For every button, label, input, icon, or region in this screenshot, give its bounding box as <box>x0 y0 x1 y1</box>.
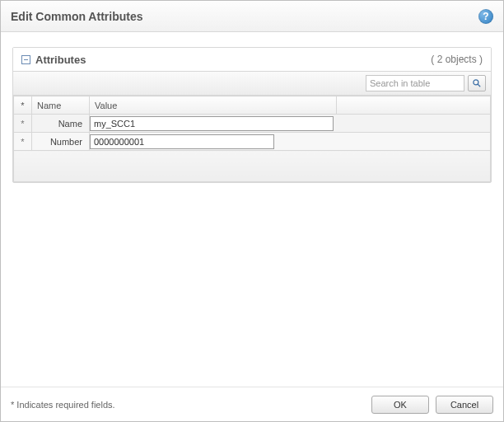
header-required: * <box>14 96 32 115</box>
table-row: * Name <box>14 115 491 133</box>
cell-label: Name <box>32 115 90 133</box>
cell-label: Number <box>32 133 90 151</box>
panel-toolbar <box>13 71 491 96</box>
number-field[interactable] <box>90 134 274 149</box>
search-input[interactable] <box>366 75 464 91</box>
dialog-content: Attributes ( 2 objects ) * Name Value <box>1 32 503 387</box>
cell-required: * <box>14 115 32 133</box>
name-field[interactable] <box>90 116 334 131</box>
dialog-window: Edit Common Attributes ? Attributes ( 2 … <box>0 0 504 422</box>
panel-header: Attributes ( 2 objects ) <box>13 48 491 71</box>
header-value: Value <box>90 96 337 115</box>
dialog-footer: * Indicates required fields. OK Cancel <box>1 387 503 421</box>
table-header-row: * Name Value <box>14 96 491 115</box>
panel-title: Attributes <box>35 54 86 66</box>
cancel-button[interactable]: Cancel <box>436 396 493 414</box>
table-filler <box>14 151 491 182</box>
ok-button[interactable]: OK <box>371 396 429 414</box>
table-row: * Number <box>14 133 491 151</box>
header-spacer <box>337 96 491 115</box>
search-button[interactable] <box>468 75 486 91</box>
svg-line-1 <box>478 84 480 87</box>
help-icon[interactable]: ? <box>478 9 493 24</box>
dialog-titlebar: Edit Common Attributes ? <box>1 1 503 32</box>
required-fields-note: * Indicates required fields. <box>11 400 115 410</box>
footer-buttons: OK Cancel <box>371 396 493 414</box>
dialog-title: Edit Common Attributes <box>11 10 142 23</box>
cell-value <box>90 133 491 151</box>
search-icon <box>472 78 482 88</box>
attributes-panel: Attributes ( 2 objects ) * Name Value <box>12 47 492 183</box>
cell-value <box>90 115 491 133</box>
cell-required: * <box>14 133 32 151</box>
object-count-label: ( 2 objects ) <box>431 54 483 65</box>
collapse-icon[interactable] <box>21 55 30 64</box>
header-name: Name <box>32 96 90 115</box>
attributes-table: * Name Value * Name * Number <box>13 96 491 182</box>
